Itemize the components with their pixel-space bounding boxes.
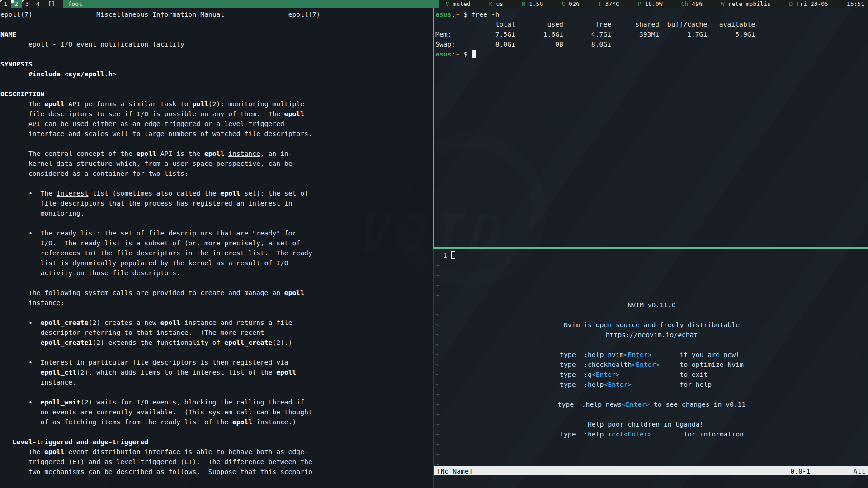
man-line xyxy=(0,278,433,288)
shell-terminal-window[interactable]: asus:~ $ free -h total used free shared … xyxy=(433,8,868,249)
nvim-empty-line: ~ xyxy=(435,449,868,459)
man-line: The epoll API performs a similar task to… xyxy=(0,99,433,109)
nvim-empty-line: ~ xyxy=(435,270,868,280)
neovim-window[interactable]: 1 ~~~~~NVIM v0.11.0~~Nvim is open source… xyxy=(433,249,868,488)
nvim-tilde: ~ xyxy=(435,440,439,448)
nvim-tilde: ~ xyxy=(435,410,439,418)
nvim-empty-line: ~ xyxy=(435,290,868,300)
tag-occupied-indicator xyxy=(22,0,24,2)
nvim-empty-line: ~ xyxy=(435,260,868,270)
man-line: of as fetching items from the ready list… xyxy=(0,417,433,427)
man-line: no events are currently available. (This… xyxy=(0,407,433,417)
nvim-empty-line: ~type :help nvim<Enter> if you are new! xyxy=(435,350,868,360)
nvim-buffer-name: [No Name] xyxy=(437,467,473,475)
man-line xyxy=(0,139,433,149)
man-line: instance. xyxy=(0,377,433,387)
man-line: epoll(7) Miscellaneous Information Manua… xyxy=(0,9,433,19)
man-line: two mechanisms can be described as follo… xyxy=(0,467,433,477)
manpage-terminal-window[interactable]: epoll(7) Miscellaneous Information Manua… xyxy=(0,8,433,488)
status-module-V: Vmuted xyxy=(446,0,471,8)
nvim-empty-line: ~NVIM v0.11.0 xyxy=(435,300,868,310)
man-line: • The interest list (sometimes also call… xyxy=(0,188,433,198)
man-line xyxy=(0,387,433,397)
tag-occupied-indicator xyxy=(11,0,14,3)
man-line: list is dynamically populated by the ker… xyxy=(0,258,433,268)
desktop: { "colors": { "bar_accent_green": "#2f7e… xyxy=(0,0,868,488)
man-line: activity on those file descriptors. xyxy=(0,268,433,278)
layout-symbol[interactable]: []= xyxy=(43,0,63,8)
nvim-empty-line: ~https://neovim.io/#chat xyxy=(435,330,868,340)
man-line: • Interest in particular file descriptor… xyxy=(0,357,433,367)
workspace-tags: 1234 xyxy=(0,0,43,8)
man-line: The following system calls are provided … xyxy=(0,288,433,298)
man-line: Level-triggered and edge-triggered xyxy=(0,437,433,447)
terminal-prompt-line: asus:~ $ xyxy=(435,49,868,59)
terminal-output-line: Swap: 8.0Gi 0B 8.0Gi xyxy=(435,39,868,49)
nvim-intro-line: Help poor children in Uganda! xyxy=(435,419,868,429)
man-line xyxy=(0,427,433,437)
man-line: DESCRIPTION xyxy=(0,89,433,99)
nvim-intro-line: NVIM v0.11.0 xyxy=(435,300,868,310)
nvim-scroll-position: All xyxy=(853,467,865,475)
tag-occupied-indicator xyxy=(0,0,2,2)
status-module-M: M1.5G xyxy=(522,0,543,8)
status-module-T: T37°C xyxy=(598,0,619,8)
workspace-tag-2[interactable]: 2 xyxy=(11,0,22,8)
pager-prompt-line: : xyxy=(0,477,24,487)
man-line xyxy=(0,347,433,357)
man-line: references to) the file descriptors in t… xyxy=(0,248,433,258)
nvim-intro-line: type :checkhealth<Enter> to optimize Nvi… xyxy=(435,360,868,370)
nvim-empty-line: ~ xyxy=(435,310,868,320)
man-line: interface and scales well to large numbe… xyxy=(0,129,433,139)
man-line: epoll_create1(2) extends the functionali… xyxy=(0,338,433,347)
nvim-empty-line: ~ xyxy=(435,280,868,290)
man-line xyxy=(0,19,433,29)
workspace-tag-4[interactable]: 4 xyxy=(33,0,43,8)
man-line: file descriptors that the process has re… xyxy=(0,198,433,208)
man-line: The central concept of the epoll API is … xyxy=(0,149,433,159)
nvim-empty-line: ~type :help news<Enter> to see changes i… xyxy=(435,399,868,409)
nvim-current-line: 1 xyxy=(435,250,868,260)
nvim-empty-line: ~ xyxy=(435,340,868,350)
man-line xyxy=(0,49,433,59)
nvim-intro-line: type :help news<Enter> to see changes in… xyxy=(435,399,868,409)
man-line: The epoll event distribution interface i… xyxy=(0,447,433,457)
nvim-empty-line: ~ xyxy=(435,409,868,419)
nvim-empty-line: ~ xyxy=(435,389,868,399)
nvim-intro-line: type :help<Enter> for help xyxy=(435,380,868,389)
terminal-output-line: Mem: 7.5Gi 1.6Gi 4.7Gi 393Mi 1.7Gi 5.9Gi xyxy=(435,29,868,39)
status-module-W: Wrete mobilis xyxy=(721,0,771,8)
nvim-empty-line: ~type :checkhealth<Enter> to optimize Nv… xyxy=(435,360,868,370)
nvim-tilde: ~ xyxy=(435,291,439,299)
status-module-D: DFri 23-05 xyxy=(789,0,828,8)
nvim-tilde: ~ xyxy=(435,311,439,319)
man-line: file descriptors to see if I/O is possib… xyxy=(0,109,433,119)
nvim-ruler: 0,0-1 xyxy=(790,467,810,475)
nvim-intro-line: type :help nvim<Enter> if you are new! xyxy=(435,350,868,360)
man-line: NAME xyxy=(0,29,433,39)
nvim-cursor xyxy=(451,251,455,259)
man-line: triggered (ET) and as level-triggered (L… xyxy=(0,457,433,467)
nvim-empty-line: ~type :help<Enter> for help xyxy=(435,380,868,389)
workspace-tag-3[interactable]: 3 xyxy=(22,0,33,8)
nvim-tilde: ~ xyxy=(435,341,439,348)
nvim-intro-line: type :help iccf<Enter> for information xyxy=(435,429,868,439)
manpage-content: epoll(7) Miscellaneous Information Manua… xyxy=(0,8,433,477)
nvim-intro-line: Nvim is open source and freely distribut… xyxy=(435,320,868,330)
man-line: SYNOPSIS xyxy=(0,59,433,69)
man-line: kernel data structure which, from a user… xyxy=(0,159,433,169)
nvim-tilde: ~ xyxy=(435,261,439,269)
nvim-tilde: ~ xyxy=(435,281,439,289)
man-line xyxy=(0,79,433,89)
nvim-empty-line: ~Nvim is open source and freely distribu… xyxy=(435,320,868,330)
man-line: • epoll_wait(2) waits for I/O events, bl… xyxy=(0,397,433,407)
man-line: epoll - I/O event notification facility xyxy=(0,39,433,49)
nvim-tilde: ~ xyxy=(435,390,439,398)
man-line: • epoll_create(2) creates a new epoll in… xyxy=(0,318,433,328)
nvim-empty-line: ~ xyxy=(435,439,868,449)
nvim-empty-line: ~type :q<Enter> to exit xyxy=(435,370,868,380)
nvim-empty-line: ~ Help poor children in Uganda! xyxy=(435,419,868,429)
workspace-tag-1[interactable]: 1 xyxy=(0,0,11,8)
status-module-time: 15:51 xyxy=(847,0,864,8)
man-line xyxy=(0,218,433,228)
